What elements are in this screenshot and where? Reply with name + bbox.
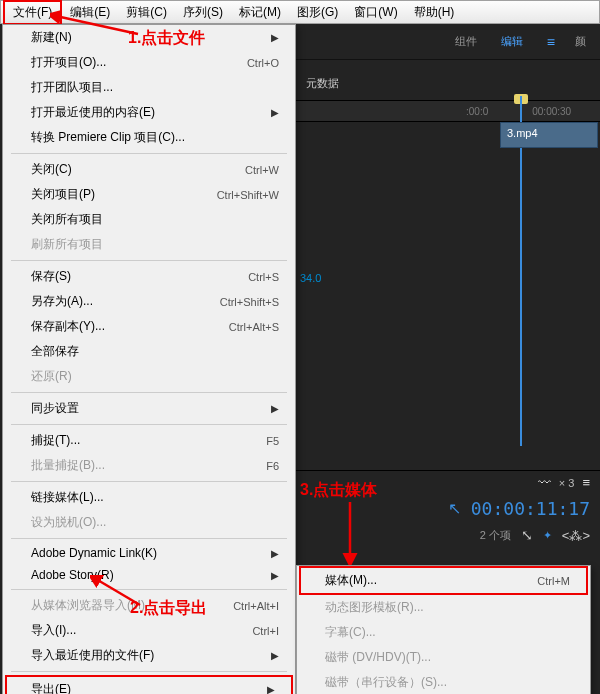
file-menu-item-20: 批量捕捉(B)...F6 <box>3 453 295 478</box>
file-menu-item-28: 从媒体浏览器导入(M)Ctrl+Alt+I <box>3 593 295 618</box>
file-menu-item-29[interactable]: 导入(I)...Ctrl+I <box>3 618 295 643</box>
submenu-arrow-icon: ▶ <box>271 650 279 661</box>
file-menu-item-1[interactable]: 打开项目(O)...Ctrl+O <box>3 50 295 75</box>
file-menu-item-label: 打开项目(O)... <box>31 54 106 71</box>
playhead[interactable] <box>520 96 522 446</box>
export-menu-item-label: 字幕(C)... <box>325 624 376 641</box>
file-menu-item-label: 批量捕捉(B)... <box>31 457 105 474</box>
file-menu-item-22[interactable]: 链接媒体(L)... <box>3 485 295 510</box>
file-menu-item-label: 另存为(A)... <box>31 293 93 310</box>
export-menu-item-1: 动态图形模板(R)... <box>297 595 590 620</box>
file-menu-item-label: 从媒体浏览器导入(M) <box>31 597 145 614</box>
file-menu-item-12[interactable]: 另存为(A)...Ctrl+Shift+S <box>3 289 295 314</box>
wave-icon: 〰 <box>538 475 551 490</box>
items-count: 2 个项 <box>480 528 511 543</box>
file-menu-item-2[interactable]: 打开团队项目... <box>3 75 295 100</box>
file-menu-item-11[interactable]: 保存(S)Ctrl+S <box>3 264 295 289</box>
file-menu-item-label: 捕捉(T)... <box>31 432 80 449</box>
hamburger-icon[interactable]: ≡ <box>547 34 555 50</box>
file-dropdown: 新建(N)▶打开项目(O)...Ctrl+O打开团队项目...打开最近使用的内容… <box>2 24 296 694</box>
file-menu-item-label: 全部保存 <box>31 343 79 360</box>
export-submenu: 媒体(M)...Ctrl+M动态图形模板(R)...字幕(C)...磁带 (DV… <box>296 565 591 694</box>
export-menu-item-label: 磁带 (DV/HDV)(T)... <box>325 649 431 666</box>
export-menu-item-3: 磁带 (DV/HDV)(T)... <box>297 645 590 670</box>
menubar: 文件(F) 编辑(E) 剪辑(C) 序列(S) 标记(M) 图形(G) 窗口(W… <box>0 0 600 24</box>
submenu-arrow-icon: ▶ <box>271 548 279 559</box>
export-menu-item-0[interactable]: 媒体(M)...Ctrl+M <box>299 566 588 595</box>
tab-edit[interactable]: 编辑 <box>497 32 527 51</box>
menu-edit[interactable]: 编辑(E) <box>62 2 118 23</box>
file-menu-shortcut: Ctrl+Alt+I <box>233 600 279 612</box>
file-menu-item-label: 转换 Premiere Clip 项目(C)... <box>31 129 185 146</box>
file-menu-separator <box>11 153 287 154</box>
cursor-icon[interactable]: ↖ <box>448 499 461 518</box>
export-menu-shortcut: Ctrl+M <box>537 575 570 587</box>
file-menu-item-17[interactable]: 同步设置▶ <box>3 396 295 421</box>
timeline-ruler[interactable]: :00:0 00:00:30 <box>296 100 600 122</box>
video-clip[interactable]: 3.mp4 <box>500 122 598 148</box>
tab-color[interactable]: 颜 <box>571 32 590 51</box>
file-menu-item-25[interactable]: Adobe Dynamic Link(K)▶ <box>3 542 295 564</box>
submenu-arrow-icon: ▶ <box>271 570 279 581</box>
menu-clip[interactable]: 剪辑(C) <box>118 2 175 23</box>
file-menu-item-9: 刷新所有项目 <box>3 232 295 257</box>
file-menu-shortcut: Ctrl+I <box>252 625 279 637</box>
file-menu-item-label: 导入(I)... <box>31 622 76 639</box>
file-menu-item-label: Adobe Story(R) <box>31 568 114 582</box>
workspace-tabs: 组件 编辑 ≡ 颜 <box>296 24 600 60</box>
link-icon[interactable]: <⁂> <box>562 528 590 543</box>
file-menu-item-30[interactable]: 导入最近使用的文件(F)▶ <box>3 643 295 668</box>
file-menu-separator <box>11 260 287 261</box>
panel-menu-icon[interactable]: ≡ <box>582 475 590 490</box>
export-menu-item-label: 磁带（串行设备）(S)... <box>325 674 447 691</box>
file-menu-item-label: 还原(R) <box>31 368 72 385</box>
file-menu-item-0[interactable]: 新建(N)▶ <box>3 25 295 50</box>
file-menu-item-14[interactable]: 全部保存 <box>3 339 295 364</box>
file-menu-separator <box>11 424 287 425</box>
snap-icon[interactable]: ⤡ <box>521 527 533 543</box>
file-menu-item-13[interactable]: 保存副本(Y)...Ctrl+Alt+S <box>3 314 295 339</box>
file-menu-item-7[interactable]: 关闭项目(P)Ctrl+Shift+W <box>3 182 295 207</box>
menu-window[interactable]: 窗口(W) <box>346 2 405 23</box>
submenu-arrow-icon: ▶ <box>267 684 275 694</box>
file-menu-separator <box>11 589 287 590</box>
file-menu-item-label: Adobe Dynamic Link(K) <box>31 546 157 560</box>
file-menu-item-19[interactable]: 捕捉(T)...F5 <box>3 428 295 453</box>
file-menu-item-label: 链接媒体(L)... <box>31 489 104 506</box>
file-menu-shortcut: Ctrl+Alt+S <box>229 321 279 333</box>
file-menu-shortcut: Ctrl+Shift+S <box>220 296 279 308</box>
file-menu-item-3[interactable]: 打开最近使用的内容(E)▶ <box>3 100 295 125</box>
export-menu-item-label: 媒体(M)... <box>325 572 377 589</box>
export-menu-item-4: 磁带（串行设备）(S)... <box>297 670 590 694</box>
file-menu-shortcut: F6 <box>266 460 279 472</box>
file-menu-item-label: 保存(S) <box>31 268 71 285</box>
file-menu-item-label: 打开最近使用的内容(E) <box>31 104 155 121</box>
submenu-arrow-icon: ▶ <box>271 403 279 414</box>
file-menu-shortcut: Ctrl+W <box>245 164 279 176</box>
timecode-display[interactable]: 00:00:11:17 <box>471 498 590 519</box>
file-menu-shortcut: Ctrl+O <box>247 57 279 69</box>
menu-graphics[interactable]: 图形(G) <box>289 2 346 23</box>
ruler-tc1: :00:0 <box>466 106 488 117</box>
menu-marker[interactable]: 标记(M) <box>231 2 289 23</box>
menu-sequence[interactable]: 序列(S) <box>175 2 231 23</box>
file-menu-item-label: 关闭所有项目 <box>31 211 103 228</box>
file-menu-item-32[interactable]: 导出(E)▶ <box>5 675 293 694</box>
tab-components[interactable]: 组件 <box>451 32 481 51</box>
file-menu-item-4[interactable]: 转换 Premiere Clip 项目(C)... <box>3 125 295 150</box>
file-menu-shortcut: F5 <box>266 435 279 447</box>
menu-file[interactable]: 文件(F) <box>3 0 62 25</box>
file-menu-separator <box>11 671 287 672</box>
num-text: 34.0 <box>300 272 321 284</box>
file-menu-item-26[interactable]: Adobe Story(R)▶ <box>3 564 295 586</box>
file-menu-item-6[interactable]: 关闭(C)Ctrl+W <box>3 157 295 182</box>
file-menu-separator <box>11 538 287 539</box>
file-menu-separator <box>11 481 287 482</box>
sequence-tab[interactable]: × 3 <box>559 477 575 489</box>
submenu-arrow-icon: ▶ <box>271 107 279 118</box>
file-menu-item-label: 同步设置 <box>31 400 79 417</box>
file-menu-item-label: 关闭(C) <box>31 161 72 178</box>
menu-help[interactable]: 帮助(H) <box>406 2 463 23</box>
file-menu-item-8[interactable]: 关闭所有项目 <box>3 207 295 232</box>
file-menu-item-label: 保存副本(Y)... <box>31 318 105 335</box>
